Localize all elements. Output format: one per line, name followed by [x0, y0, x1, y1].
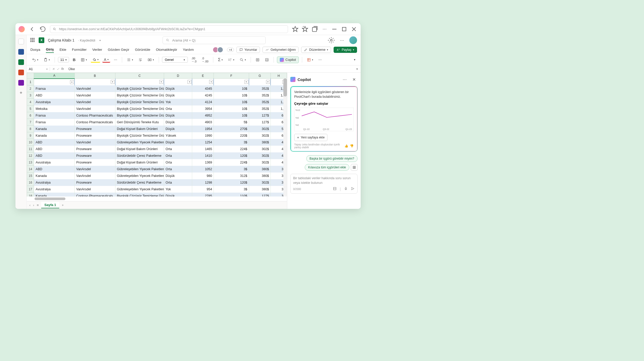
- cell[interactable]: 1254: [192, 139, 214, 146]
- cell[interactable]: Doğal Kişisel Bakım Ürünleri: [115, 126, 164, 132]
- chevron-down-icon[interactable]: ▾: [99, 39, 101, 42]
- cell[interactable]: Gübreleşebilen Yiyecek Paketleme: [115, 173, 164, 179]
- cell[interactable]: Düşük: [164, 112, 192, 119]
- address-bar[interactable]: https://onedrive.live.com/:w:/t/EaCKkPs6…: [50, 25, 288, 33]
- cell[interactable]: 312$: [214, 173, 249, 179]
- cell[interactable]: Orta: [164, 166, 192, 173]
- cell[interactable]: ABD: [34, 146, 75, 152]
- autosum-button[interactable]: Σ▾: [216, 57, 224, 63]
- cancel-formula-icon[interactable]: ✕: [52, 67, 55, 71]
- row-header[interactable]: 12: [27, 152, 34, 159]
- tab-help[interactable]: Yardım: [183, 47, 194, 53]
- cell[interactable]: VanArsdel: [74, 139, 115, 146]
- profile-avatar-icon[interactable]: [19, 26, 25, 32]
- cell[interactable]: 4124: [192, 99, 214, 105]
- cell[interactable]: Düşük: [164, 193, 192, 197]
- horizontal-scrollbar[interactable]: [27, 196, 287, 201]
- sort-filter-button[interactable]: ▾: [226, 57, 236, 63]
- cell[interactable]: 380$: [249, 186, 270, 193]
- row-header[interactable]: 18: [27, 193, 34, 197]
- cell[interactable]: 5$: [214, 119, 249, 126]
- cell[interactable]: 4952: [192, 112, 214, 119]
- cell[interactable]: 4245: [192, 92, 214, 99]
- cell[interactable]: 10$: [214, 105, 249, 112]
- cell[interactable]: 1369: [192, 159, 214, 166]
- cell[interactable]: Düşük: [164, 119, 192, 126]
- align-button[interactable]: ▾: [125, 57, 135, 63]
- attach-table-icon[interactable]: [333, 187, 337, 191]
- powerpoint-icon[interactable]: [18, 70, 24, 75]
- row-header[interactable]: 8: [27, 126, 34, 132]
- cell[interactable]: Kanada: [34, 126, 75, 132]
- cell[interactable]: Yok: [164, 186, 192, 193]
- vertical-scrollbar[interactable]: [283, 78, 287, 196]
- cell[interactable]: 980: [192, 173, 214, 179]
- row-header[interactable]: 3: [27, 92, 34, 99]
- collections-icon[interactable]: [311, 26, 318, 33]
- tab-home[interactable]: Giriş: [46, 46, 54, 53]
- column-header[interactable]: C: [115, 73, 164, 79]
- filter-icon[interactable]: ▾: [159, 80, 163, 84]
- feed-icon[interactable]: [18, 39, 24, 44]
- row-header[interactable]: 6: [27, 112, 34, 119]
- row-header[interactable]: 2: [27, 85, 34, 92]
- cell[interactable]: VanArsdel: [74, 105, 115, 112]
- cell[interactable]: 1298: [192, 179, 214, 186]
- cell[interactable]: 220$: [214, 132, 249, 139]
- column-header[interactable]: B: [74, 73, 115, 79]
- comments-button[interactable]: Yorumlar: [236, 47, 260, 53]
- back-button[interactable]: [28, 26, 36, 33]
- more-commands-icon[interactable]: ⋯: [317, 57, 323, 62]
- row-header[interactable]: 11: [27, 146, 34, 152]
- row-header[interactable]: 16: [27, 179, 34, 186]
- sheet-prev-icon[interactable]: ‹: [29, 203, 30, 207]
- increase-decimal-button[interactable]: .00→.0: [190, 56, 198, 64]
- cell[interactable]: 120$: [214, 179, 249, 186]
- cell[interactable]: VanArsdel: [74, 99, 115, 105]
- column-header[interactable]: A: [34, 73, 75, 79]
- document-name[interactable]: Çalışma Kitabı 1: [48, 38, 74, 42]
- grid-reference-icon[interactable]: [351, 164, 358, 171]
- decrease-decimal-button[interactable]: .0→.00: [200, 56, 210, 64]
- column-header[interactable]: H: [270, 73, 287, 79]
- row-header[interactable]: 15: [27, 173, 34, 179]
- filter-icon[interactable]: ▾: [209, 80, 213, 84]
- copilot-ribbon-button[interactable]: Copilot: [277, 56, 299, 63]
- bold-button[interactable]: B: [71, 57, 77, 63]
- cell[interactable]: Gübreleşebilen Yiyecek Paketleme: [115, 166, 164, 173]
- row-header[interactable]: 1: [27, 79, 34, 85]
- cell[interactable]: 2785: [192, 193, 214, 197]
- find-button[interactable]: ▾: [238, 57, 248, 63]
- refresh-button[interactable]: [39, 26, 46, 33]
- cell[interactable]: 224$: [214, 146, 249, 152]
- search-input[interactable]: Arama (Alt + Q): [163, 36, 266, 44]
- spreadsheet-grid[interactable]: A B C D E F G H 1Ülke▾Müşteri▾Ürün▾İndir…: [27, 73, 287, 196]
- cell[interactable]: VanArsdel: [74, 166, 115, 173]
- fx-icon[interactable]: fx: [61, 67, 64, 71]
- account-avatar-icon[interactable]: [349, 36, 357, 44]
- cell[interactable]: Contoso Pharmaceuticals: [74, 112, 115, 119]
- row-header[interactable]: 4: [27, 99, 34, 105]
- cell[interactable]: 224$: [214, 159, 249, 166]
- filter-icon[interactable]: ▾: [188, 80, 191, 84]
- cell[interactable]: Avustralya: [34, 179, 75, 186]
- cell[interactable]: 1465: [192, 146, 214, 152]
- fill-color-button[interactable]: ▾: [91, 57, 100, 63]
- undo-button[interactable]: ▾: [30, 57, 40, 63]
- cell[interactable]: VanArsdel: [74, 186, 115, 193]
- mic-icon[interactable]: [344, 187, 348, 191]
- row-header[interactable]: 17: [27, 186, 34, 193]
- cell[interactable]: 3954: [192, 105, 214, 112]
- cell[interactable]: Kanada: [34, 193, 75, 197]
- accept-formula-icon[interactable]: ✓: [57, 67, 59, 71]
- add-favorite-icon[interactable]: [292, 26, 299, 33]
- close-button[interactable]: [350, 26, 358, 33]
- name-box[interactable]: A1▾: [27, 67, 50, 71]
- borders-button[interactable]: ▾: [79, 57, 89, 63]
- copilot-more-icon[interactable]: ⋯: [341, 76, 348, 83]
- cell[interactable]: Fransa: [34, 112, 75, 119]
- cell[interactable]: Orta: [164, 146, 192, 152]
- filter-icon[interactable]: ▾: [70, 80, 74, 84]
- word-icon[interactable]: [18, 49, 24, 55]
- cell[interactable]: VanArsdel: [74, 92, 115, 99]
